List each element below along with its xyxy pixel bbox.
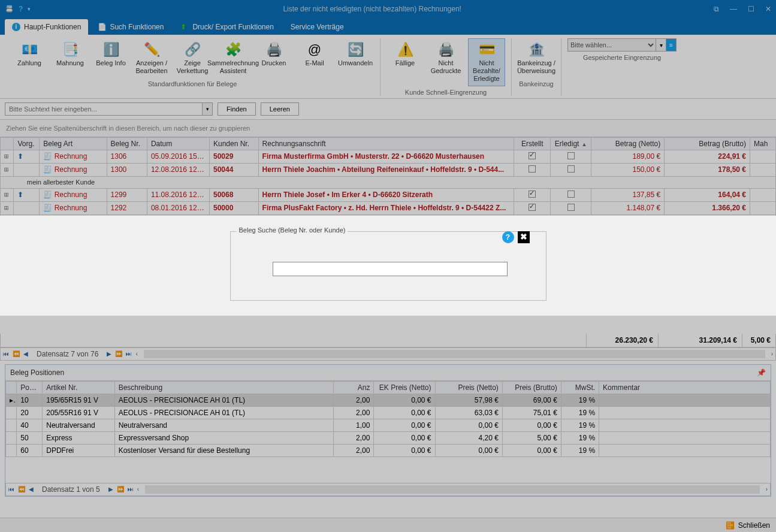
dialog-close-icon[interactable]: ✖ [518,231,530,243]
beleg-suche-input[interactable] [273,262,508,276]
dialog-legend: Beleg Suche (Beleg Nr. oder Kunde) [237,226,348,234]
modal-strip: Beleg Suche (Beleg Nr. oder Kunde) [0,216,776,316]
dialog-icons: ? ✖ [502,231,530,243]
dialog-help-icon[interactable]: ? [502,231,514,243]
beleg-suche-dialog: Beleg Suche (Beleg Nr. oder Kunde) [230,231,546,301]
